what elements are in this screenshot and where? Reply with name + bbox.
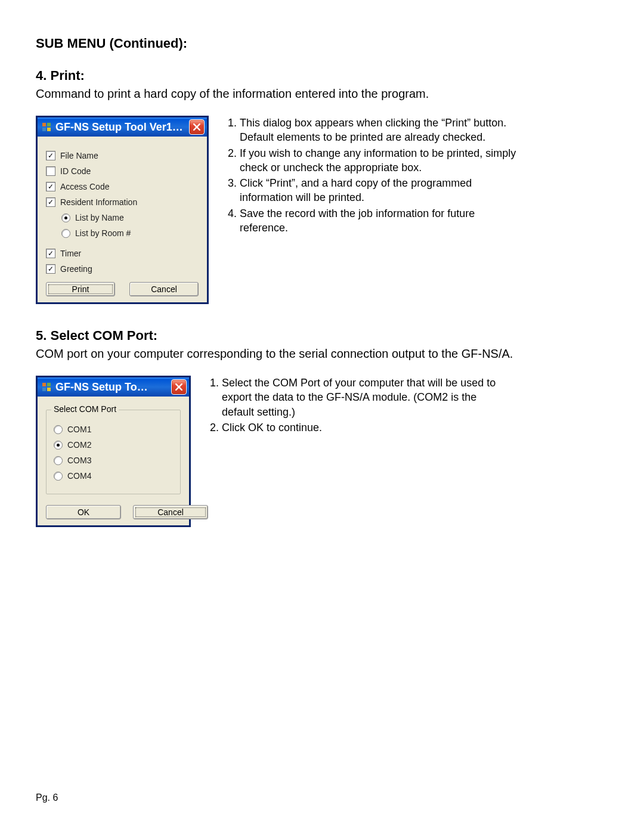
print-dialog-buttons: Print Cancel bbox=[46, 282, 199, 296]
list-item: Save the record with the job information… bbox=[240, 206, 526, 236]
radio-icon bbox=[54, 441, 63, 450]
ok-button[interactable]: OK bbox=[46, 505, 121, 519]
comport-dialog-body: Select COM Port COM1 COM2 COM3 bbox=[38, 397, 189, 525]
checkbox-label: Access Code bbox=[60, 182, 109, 191]
print-section: GF-NS Setup Tool Ver1… ✓ File Name ID Co… bbox=[36, 116, 608, 304]
radio-icon bbox=[61, 213, 70, 222]
list-item: Select the COM Port of your computer tha… bbox=[222, 376, 508, 419]
close-icon[interactable] bbox=[171, 379, 187, 395]
document-page: SUB MENU (Continued): 4. Print: Command … bbox=[0, 0, 644, 833]
list-item: This dialog box appears when clicking th… bbox=[240, 116, 526, 145]
comport-dialog-buttons: OK Cancel bbox=[46, 505, 181, 519]
checkbox-greeting[interactable]: ✓ Greeting bbox=[46, 264, 199, 274]
radio-icon bbox=[54, 456, 63, 465]
checkbox-access-code[interactable]: ✓ Access Code bbox=[46, 182, 199, 191]
svg-rect-2 bbox=[42, 128, 46, 131]
checkbox-icon bbox=[46, 166, 55, 176]
page-number: Pg. 6 bbox=[36, 792, 58, 803]
checkbox-label: Resident Information bbox=[60, 197, 137, 207]
print-instructions: This dialog box appears when clicking th… bbox=[225, 116, 526, 236]
checkbox-label: Timer bbox=[60, 249, 81, 258]
radio-label: COM2 bbox=[67, 440, 91, 450]
radio-list-by-room[interactable]: List by Room # bbox=[61, 228, 199, 238]
checkbox-label: Greeting bbox=[60, 264, 92, 274]
close-icon[interactable] bbox=[189, 119, 205, 135]
svg-rect-6 bbox=[42, 388, 46, 391]
svg-rect-3 bbox=[47, 128, 51, 131]
heading-submenu: SUB MENU (Continued): bbox=[36, 36, 608, 51]
print-dialog-titlebar: GF-NS Setup Tool Ver1… bbox=[38, 116, 207, 137]
group-title: Select COM Port bbox=[51, 404, 119, 414]
checkbox-resident-info[interactable]: ✓ Resident Information bbox=[46, 197, 199, 207]
checkbox-label: ID Code bbox=[60, 166, 91, 176]
radio-label: COM3 bbox=[67, 456, 91, 465]
svg-rect-1 bbox=[47, 123, 51, 126]
checkbox-icon: ✓ bbox=[46, 249, 55, 258]
cancel-button[interactable]: Cancel bbox=[129, 282, 199, 296]
comport-section: GF-NS Setup To… Select COM Port COM1 COM… bbox=[36, 376, 608, 527]
radio-com4[interactable]: COM4 bbox=[54, 471, 173, 481]
radio-label: List by Name bbox=[75, 213, 124, 222]
list-item: Click “Print”, and a hard copy of the pr… bbox=[240, 176, 526, 205]
print-dialog-body: ✓ File Name ID Code ✓ Access Code ✓ Resi… bbox=[38, 137, 207, 302]
comport-instructions: Select the COM Port of your computer tha… bbox=[208, 376, 508, 436]
print-button[interactable]: Print bbox=[46, 282, 115, 296]
print-dialog-title: GF-NS Setup Tool Ver1… bbox=[55, 121, 189, 134]
print-dialog: GF-NS Setup Tool Ver1… ✓ File Name ID Co… bbox=[36, 116, 209, 304]
checkbox-icon: ✓ bbox=[46, 197, 55, 207]
comport-dialog: GF-NS Setup To… Select COM Port COM1 COM… bbox=[36, 376, 191, 527]
checkbox-icon: ✓ bbox=[46, 264, 55, 274]
svg-rect-7 bbox=[47, 388, 51, 391]
checkbox-timer[interactable]: ✓ Timer bbox=[46, 249, 199, 258]
comport-intro-text: COM port on your computer corresponding … bbox=[36, 346, 608, 361]
radio-com3[interactable]: COM3 bbox=[54, 456, 173, 465]
heading-comport: 5. Select COM Port: bbox=[36, 328, 608, 343]
checkbox-file-name[interactable]: ✓ File Name bbox=[46, 151, 199, 160]
checkbox-label: File Name bbox=[60, 151, 98, 160]
checkbox-id-code[interactable]: ID Code bbox=[46, 166, 199, 176]
heading-print: 4. Print: bbox=[36, 68, 608, 83]
radio-icon bbox=[54, 425, 63, 434]
list-item: Click OK to continue. bbox=[222, 420, 508, 435]
svg-rect-5 bbox=[47, 383, 51, 386]
radio-list-by-name[interactable]: List by Name bbox=[61, 213, 199, 222]
svg-rect-0 bbox=[42, 123, 46, 126]
radio-icon bbox=[54, 472, 63, 481]
app-icon bbox=[41, 122, 52, 132]
checkbox-icon: ✓ bbox=[46, 151, 55, 160]
cancel-button[interactable]: Cancel bbox=[133, 505, 208, 519]
comport-group: Select COM Port COM1 COM2 COM3 bbox=[46, 410, 181, 494]
comport-dialog-titlebar: GF-NS Setup To… bbox=[38, 376, 189, 397]
comport-dialog-title: GF-NS Setup To… bbox=[55, 381, 171, 394]
print-intro-text: Command to print a hard copy of the info… bbox=[36, 86, 608, 101]
radio-label: List by Room # bbox=[75, 228, 131, 238]
radio-com1[interactable]: COM1 bbox=[54, 425, 173, 434]
list-item: If you wish to change any information to… bbox=[240, 146, 526, 175]
radio-icon bbox=[61, 229, 70, 238]
radio-com2[interactable]: COM2 bbox=[54, 440, 173, 450]
checkbox-icon: ✓ bbox=[46, 182, 55, 191]
radio-label: COM4 bbox=[67, 471, 91, 481]
svg-rect-4 bbox=[42, 383, 46, 386]
radio-label: COM1 bbox=[67, 425, 91, 434]
app-icon bbox=[41, 382, 52, 392]
